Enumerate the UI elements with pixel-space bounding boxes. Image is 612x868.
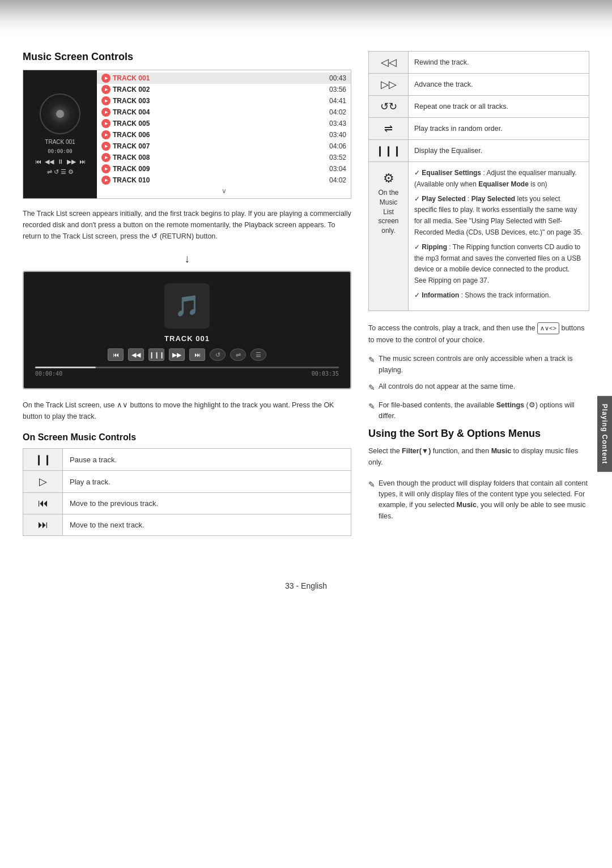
cd-menu-icon[interactable]: ☰: [61, 168, 66, 176]
control-row-next: ⏭ Move to the next track.: [23, 514, 351, 536]
right-row-rewind: ◁◁ Rewind the track.: [369, 52, 589, 74]
track-time-7: 04:06: [326, 142, 346, 150]
track-row-9[interactable]: TRACK 009 03:04: [97, 163, 351, 175]
cd-forward-icon[interactable]: ▶▶: [66, 158, 77, 166]
playback-screen: 🎵 TRACK 001 ⏮ ◀◀ ❙❙❙ ▶▶ ⏭ ↺ ⇌ ☰ 00:00:40…: [23, 271, 351, 389]
cd-extra-controls: ⇌ ↺ ☰ ⚙: [47, 168, 74, 176]
control-row-pause: ❙❙ Pause a track.: [23, 449, 351, 471]
pb-next-btn[interactable]: ⏭: [189, 348, 205, 361]
track-row-8[interactable]: TRACK 008 03:52: [97, 152, 351, 163]
rewind-icon-cell: ◁◁: [369, 52, 409, 74]
pause-icon-cell: ❙❙: [23, 449, 63, 471]
track-name-6: TRACK 006: [113, 131, 326, 139]
cd-shuffle-icon[interactable]: ⇌: [47, 168, 52, 176]
note-text-3: For file-based contents, the available S…: [379, 400, 589, 422]
right-row-equaliser: ❙❙❙ Display the Equaliser.: [369, 140, 589, 162]
track-name-4: TRACK 004: [113, 108, 326, 116]
cd-pause-icon[interactable]: ⏸: [56, 158, 65, 166]
advance-icon-cell: ▷▷: [369, 74, 409, 96]
pb-shuffle-btn[interactable]: ⇌: [230, 348, 246, 361]
cd-track-label: TRACK 001: [45, 139, 75, 145]
track-play-icon-7: [101, 142, 110, 151]
track-play-icon-9: [101, 164, 110, 173]
note-text-2: All controls do not appear at the same t…: [379, 381, 515, 392]
playback-controls-row: ⏮ ◀◀ ❙❙❙ ▶▶ ⏭ ↺ ⇌ ☰: [108, 348, 266, 361]
cd-playback-controls: ⏮ ◀◀ ⏸ ▶▶ ⏭: [34, 158, 87, 166]
music-screen-box: TRACK 001 00:00:00 ⏮ ◀◀ ⏸ ▶▶ ⏭ ⇌ ↺ ☰ ⚙: [23, 70, 351, 199]
control-row-prev: ⏮ Move to the previous track.: [23, 493, 351, 514]
cd-panel: TRACK 001 00:00:00 ⏮ ◀◀ ⏸ ▶▶ ⏭ ⇌ ↺ ☰ ⚙: [23, 70, 97, 198]
cd-settings-icon[interactable]: ⚙: [68, 168, 74, 176]
random-desc: Play tracks in random order.: [409, 118, 589, 140]
track-row-1[interactable]: TRACK 001 00:43: [97, 73, 351, 84]
cd-next-icon[interactable]: ⏭: [78, 158, 87, 166]
sort-note-text-1: Even though the product will display fol…: [379, 478, 589, 522]
cd-prev-icon[interactable]: ⏮: [34, 158, 42, 166]
on-screen-controls-title: On Screen Music Controls: [23, 432, 351, 442]
advance-desc: Advance the track.: [409, 74, 589, 96]
track-row-5[interactable]: TRACK 005 03:43: [97, 118, 351, 129]
track-play-icon-2: [101, 85, 110, 94]
track-list-nav-text: On the Track List screen, use ∧∨ buttons…: [23, 399, 351, 422]
music-screen-title: Music Screen Controls: [23, 51, 351, 63]
right-controls-table: ◁◁ Rewind the track. ▷▷ Advance the trac…: [368, 51, 589, 311]
cd-rewind-icon[interactable]: ◀◀: [44, 158, 55, 166]
pb-settings-btn[interactable]: ☰: [250, 348, 266, 361]
cd-time-display: 00:00:00: [48, 148, 72, 154]
track-time-2: 03:56: [326, 86, 346, 93]
playback-progress-bar[interactable]: [35, 367, 339, 368]
next-icon-cell: ⏭: [23, 514, 63, 536]
pb-repeat-btn[interactable]: ↺: [210, 348, 226, 361]
eq-settings-item: ✓ Equaliser Settings : Adjust the equali…: [414, 168, 583, 190]
music-list-label: On theMusic Listscreen only.: [375, 186, 402, 238]
track-name-7: TRACK 007: [113, 142, 326, 150]
pb-equaliser-btn[interactable]: ❙❙❙: [148, 348, 164, 361]
track-time-4: 04:02: [326, 108, 346, 116]
nav-button-symbol: ∧∨<>: [537, 322, 559, 335]
playback-track-name: TRACK 001: [164, 334, 210, 343]
note-text-1: The music screen controls are only acces…: [379, 354, 589, 376]
scroll-indicator: ∨: [97, 186, 351, 196]
track-row-6[interactable]: TRACK 006 03:40: [97, 129, 351, 141]
cd-disc: [40, 93, 80, 134]
control-row-play: ▷ Play a track.: [23, 471, 351, 493]
playback-elapsed-time: 00:00:40: [35, 371, 62, 377]
track-play-icon-10: [101, 176, 110, 185]
track-time-5: 03:43: [326, 120, 346, 127]
rewind-desc: Rewind the track.: [409, 52, 589, 74]
sort-note-1: ✎ Even though the product will display f…: [368, 478, 589, 522]
sort-by-intro: Select the Filter(▼) function, and then …: [368, 445, 589, 468]
track-play-icon-5: [101, 119, 110, 128]
pb-rewind-btn[interactable]: ◀◀: [128, 348, 144, 361]
pb-forward-btn[interactable]: ▶▶: [169, 348, 185, 361]
pb-prev-btn[interactable]: ⏮: [108, 348, 124, 361]
track-name-2: TRACK 002: [113, 86, 326, 93]
playback-total-time: 00:03:35: [312, 371, 339, 377]
track-time-3: 04:41: [326, 97, 346, 105]
arrow-down-icon: ↓: [23, 252, 351, 265]
track-name-8: TRACK 008: [113, 154, 326, 161]
play-icon-cell: ▷: [23, 471, 63, 493]
right-column: ◁◁ Rewind the track. ▷▷ Advance the trac…: [368, 51, 589, 547]
track-row-4[interactable]: TRACK 004 04:02: [97, 107, 351, 118]
note-icon-3: ✎: [368, 401, 375, 413]
playback-progress-fill: [35, 367, 96, 368]
track-play-icon-6: [101, 130, 110, 139]
track-time-10: 04:02: [326, 176, 346, 184]
playback-album-art: 🎵: [164, 283, 210, 329]
note-3: ✎ For file-based contents, the available…: [368, 400, 589, 422]
cd-repeat-icon[interactable]: ↺: [54, 168, 59, 176]
track-row-3[interactable]: TRACK 003 04:41: [97, 95, 351, 107]
play-selected-item: ✓ Play Selected : Play Selected lets you…: [414, 194, 583, 239]
track-name-1: TRACK 001: [113, 74, 326, 82]
on-screen-controls-table: ❙❙ Pause a track. ▷ Play a track. ⏮ Move…: [23, 448, 351, 536]
track-row-2[interactable]: TRACK 002 03:56: [97, 84, 351, 95]
track-play-icon-3: [101, 96, 110, 105]
track-row-10[interactable]: TRACK 010 04:02: [97, 175, 351, 186]
track-row-7[interactable]: TRACK 007 04:06: [97, 141, 351, 152]
next-desc: Move to the next track.: [63, 514, 351, 536]
top-gradient-bar: [0, 0, 612, 34]
note-1: ✎ The music screen controls are only acc…: [368, 354, 589, 376]
right-row-random: ⇌ Play tracks in random order.: [369, 118, 589, 140]
note-icon-1: ✎: [368, 354, 375, 367]
